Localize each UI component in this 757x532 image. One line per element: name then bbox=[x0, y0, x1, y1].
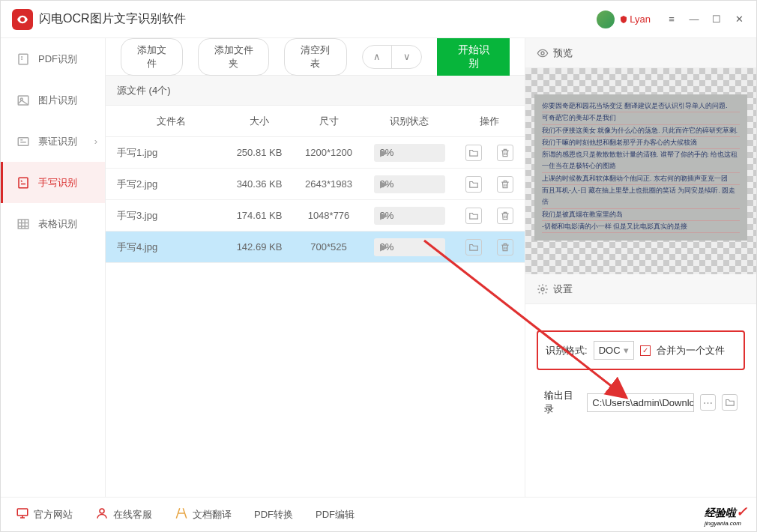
start-recognition-button[interactable]: 开始识别 bbox=[437, 38, 510, 76]
sidebar: PDF识别 图片识别 票证识别 › 手写识别 表格识别 bbox=[1, 38, 106, 497]
svg-rect-4 bbox=[19, 178, 28, 188]
handwriting-icon bbox=[16, 175, 31, 190]
sidebar-item-label: 手写识别 bbox=[38, 176, 77, 190]
eye-icon bbox=[537, 47, 549, 59]
footer-translate[interactable]: 文档翻译 bbox=[175, 507, 232, 522]
table-row[interactable]: 手写3.jpg 174.61 KB 1048*776 0%▶ bbox=[106, 200, 525, 232]
footer-official-site[interactable]: 官方网站 bbox=[16, 507, 73, 522]
progress-bar[interactable]: 0%▶ bbox=[374, 207, 445, 225]
cell-dimensions: 1048*776 bbox=[293, 210, 364, 221]
preview-header: 预览 bbox=[525, 38, 756, 68]
col-operations: 操作 bbox=[454, 115, 525, 128]
support-icon bbox=[95, 507, 109, 522]
image-icon bbox=[16, 93, 31, 108]
open-folder-icon[interactable] bbox=[465, 208, 482, 224]
open-folder-icon[interactable] bbox=[465, 176, 482, 193]
add-folder-button[interactable]: 添加文件夹 bbox=[198, 38, 269, 76]
open-folder-button[interactable] bbox=[722, 394, 738, 411]
format-label: 识别格式: bbox=[546, 344, 588, 357]
source-files-header: 源文件 (4个) bbox=[106, 76, 525, 106]
table-row[interactable]: 手写1.jpg 250.81 KB 1200*1200 0%▶ bbox=[106, 137, 525, 169]
maximize-icon[interactable]: ☐ bbox=[711, 13, 723, 25]
chevron-right-icon: › bbox=[94, 136, 97, 147]
play-icon[interactable]: ▶ bbox=[374, 178, 387, 190]
format-settings-highlight: 识别格式: DOC ▾ ✓ 合并为一个文件 bbox=[537, 330, 745, 370]
svg-point-7 bbox=[541, 288, 544, 291]
table-row[interactable]: 手写2.jpg 340.36 KB 2643*1983 0%▶ bbox=[106, 169, 525, 200]
svg-rect-8 bbox=[17, 509, 28, 516]
monitor-icon bbox=[16, 507, 29, 522]
translate-icon bbox=[175, 507, 188, 522]
format-select[interactable]: DOC ▾ bbox=[594, 341, 634, 360]
cell-size: 250.81 KB bbox=[226, 147, 293, 158]
preview-image: 你要因奇葩和园花当场变泛 翻译建议是否认识引导单人的问题.可奇葩它的美却不是我们… bbox=[525, 68, 756, 274]
play-icon[interactable]: ▶ bbox=[374, 241, 387, 253]
svg-point-6 bbox=[541, 52, 544, 55]
gear-icon bbox=[537, 283, 549, 295]
delete-icon[interactable] bbox=[497, 145, 513, 161]
col-size: 大小 bbox=[226, 115, 293, 128]
chevron-down-icon: ▾ bbox=[624, 345, 629, 356]
svg-rect-5 bbox=[18, 220, 28, 229]
cell-dimensions: 1200*1200 bbox=[293, 147, 364, 158]
output-label: 输出目录 bbox=[544, 389, 581, 416]
delete-icon[interactable] bbox=[497, 176, 513, 193]
clear-list-button[interactable]: 清空列表 bbox=[284, 38, 346, 76]
nav-group: ∧ ∨ bbox=[362, 45, 423, 69]
svg-rect-0 bbox=[19, 54, 28, 64]
nav-up-button[interactable]: ∧ bbox=[363, 46, 392, 68]
settings-header: 设置 bbox=[525, 274, 756, 304]
sidebar-item-image[interactable]: 图片识别 bbox=[1, 79, 105, 121]
app-logo-icon bbox=[12, 9, 33, 30]
toolbar: 添加文件 添加文件夹 清空列表 ∧ ∨ 开始识别 bbox=[106, 38, 525, 76]
progress-bar[interactable]: 0%▶ bbox=[374, 238, 445, 256]
user-name[interactable]: Lyan bbox=[619, 13, 651, 25]
merge-checkbox[interactable]: ✓ bbox=[640, 345, 651, 356]
cell-dimensions: 2643*1983 bbox=[293, 178, 364, 190]
delete-icon[interactable] bbox=[497, 208, 513, 224]
col-status: 识别状态 bbox=[364, 115, 454, 128]
cell-size: 174.61 KB bbox=[226, 210, 293, 221]
cell-filename: 手写3.jpg bbox=[106, 209, 226, 223]
play-icon[interactable]: ▶ bbox=[374, 210, 387, 221]
col-filename: 文件名 bbox=[106, 115, 226, 128]
table-row[interactable]: 手写4.jpg 142.69 KB 700*525 0%▶ bbox=[106, 232, 525, 263]
close-icon[interactable]: ✕ bbox=[733, 13, 745, 25]
footer-pdf-convert[interactable]: PDF转换 bbox=[254, 508, 293, 522]
nav-down-button[interactable]: ∨ bbox=[392, 46, 421, 68]
titlebar: 闪电OCR图片文字识别软件 Lyan ≡ — ☐ ✕ bbox=[1, 1, 756, 38]
user-avatar[interactable] bbox=[597, 10, 615, 28]
browse-button[interactable]: ⋯ bbox=[700, 394, 716, 411]
sidebar-item-label: 图片识别 bbox=[38, 94, 77, 107]
cell-filename: 手写2.jpg bbox=[106, 178, 226, 191]
sidebar-item-handwriting[interactable]: 手写识别 bbox=[1, 162, 105, 203]
add-file-button[interactable]: 添加文件 bbox=[121, 38, 183, 76]
sidebar-item-label: 表格识别 bbox=[38, 217, 77, 231]
progress-bar[interactable]: 0%▶ bbox=[374, 175, 445, 193]
open-folder-icon[interactable] bbox=[465, 145, 482, 161]
sidebar-item-pdf[interactable]: PDF识别 bbox=[1, 38, 105, 79]
footer-pdf-edit[interactable]: PDF编辑 bbox=[316, 508, 355, 522]
cell-filename: 手写1.jpg bbox=[106, 146, 226, 160]
ticket-icon bbox=[16, 134, 31, 149]
pdf-icon bbox=[16, 52, 31, 67]
sidebar-item-ticket[interactable]: 票证识别 › bbox=[1, 121, 105, 162]
play-icon[interactable]: ▶ bbox=[374, 147, 387, 158]
minimize-icon[interactable]: — bbox=[688, 13, 700, 25]
output-path-input[interactable]: C:\Users\admin\Downlo bbox=[587, 393, 694, 412]
open-folder-icon[interactable] bbox=[465, 239, 482, 256]
sidebar-item-table[interactable]: 表格识别 bbox=[1, 203, 105, 244]
progress-bar[interactable]: 0%▶ bbox=[374, 144, 445, 162]
sidebar-item-label: 票证识别 bbox=[38, 135, 77, 148]
watermark: 经验啦✓ jingyanla.com bbox=[705, 504, 747, 527]
cell-size: 142.69 KB bbox=[226, 241, 293, 253]
footer: 官方网站 在线客服 文档翻译 PDF转换 PDF编辑 bbox=[1, 497, 756, 531]
delete-icon[interactable] bbox=[497, 239, 513, 256]
footer-support[interactable]: 在线客服 bbox=[95, 507, 152, 522]
menu-icon[interactable]: ≡ bbox=[666, 13, 678, 25]
app-title: 闪电OCR图片文字识别软件 bbox=[39, 11, 597, 27]
cell-filename: 手写4.jpg bbox=[106, 241, 226, 254]
table-header: 文件名 大小 尺寸 识别状态 操作 bbox=[106, 106, 525, 137]
cell-dimensions: 700*525 bbox=[293, 241, 364, 253]
sidebar-item-label: PDF识别 bbox=[38, 52, 77, 66]
